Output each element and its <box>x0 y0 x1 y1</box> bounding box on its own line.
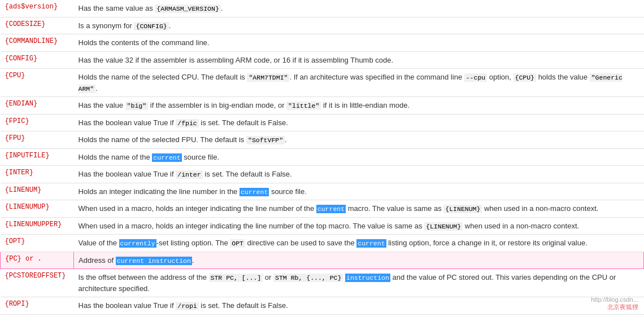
key-cell: {FPIC} <box>1 114 74 131</box>
key-cell: {LINENUMUP} <box>1 200 74 218</box>
desc-cell: Is a synonym for {CONFIG}. <box>74 17 644 34</box>
key-cell: {FPU} <box>1 131 74 149</box>
desc-cell: Holds the contents of the command line. <box>74 34 644 52</box>
key-cell: {LINENUM} <box>1 183 74 200</box>
desc-cell: Has the same value as {ARMASM_VERSION}. <box>74 0 644 17</box>
table-row: {CPU}Holds the name of the selected CPU.… <box>1 69 644 97</box>
desc-cell: Has the value "big" if the assembler is … <box>74 97 644 115</box>
table-row: {ROPI}Has the boolean value True if /rop… <box>1 297 644 315</box>
key-cell: {PC} or . <box>1 252 74 269</box>
table-row: {COMMANDLINE}Holds the contents of the c… <box>1 34 644 52</box>
table-row: {ads$version}Has the same value as {ARMA… <box>1 0 644 17</box>
desc-cell: Holds the name of the selected FPU. The … <box>74 131 644 149</box>
table-row: {PC} or .Address of current instruction. <box>1 252 644 269</box>
desc-cell: Is the offset between the address of the… <box>74 269 644 297</box>
desc-cell: Has the value 32 if the assembler is ass… <box>74 51 644 69</box>
key-cell: {OPT} <box>1 235 74 252</box>
key-cell: {RWPI} <box>1 314 74 317</box>
key-cell: {CONFIG} <box>1 51 74 69</box>
desc-cell: Address of current instruction. <box>74 252 644 269</box>
desc-cell: Holds an integer indicating the line num… <box>74 183 644 200</box>
table-row: {FPIC}Has the boolean value True if /fpi… <box>1 114 644 131</box>
table-row: {LINENUMUPPER}When used in a macro, hold… <box>1 217 644 235</box>
desc-cell: Value of the currently-set listing optio… <box>74 235 644 252</box>
key-cell: {INPUTFILE} <box>1 148 74 166</box>
key-cell: {PCSTOREOFFSET} <box>1 269 74 297</box>
table-row: {PCSTOREOFFSET}Is the offset between the… <box>1 269 644 297</box>
desc-cell: When used in a macro, holds an integer i… <box>74 217 644 235</box>
key-cell: {LINENUMUPPER} <box>1 217 74 235</box>
desc-cell: Has the boolean value True if /rwpi is s… <box>74 314 644 317</box>
desc-cell: Has the boolean value True if /ropi is s… <box>74 297 644 315</box>
table-row: {OPT}Value of the currently-set listing … <box>1 235 644 252</box>
table-row: {INPUTFILE}Holds the name of the current… <box>1 148 644 166</box>
key-cell: {CODESIZE} <box>1 17 74 34</box>
desc-cell: When used in a macro, holds an integer i… <box>74 200 644 218</box>
desc-cell: Has the boolean value True if /inter is … <box>74 166 644 183</box>
table-row: {FPU}Holds the name of the selected FPU.… <box>1 131 644 149</box>
key-cell: {INTER} <box>1 166 74 183</box>
desc-cell: Holds the name of the selected CPU. The … <box>74 69 644 97</box>
table-row: {CONFIG}Has the value 32 if the assemble… <box>1 51 644 69</box>
table-row: {ENDIAN}Has the value "big" if the assem… <box>1 97 644 115</box>
key-cell: {CPU} <box>1 69 74 97</box>
key-cell: {COMMANDLINE} <box>1 34 74 52</box>
desc-cell: Has the boolean value True if /fpic is s… <box>74 114 644 131</box>
table-row: {RWPI}Has the boolean value True if /rwp… <box>1 314 644 317</box>
key-cell: {ENDIAN} <box>1 97 74 115</box>
table-row: {CODESIZE}Is a synonym for {CONFIG}. <box>1 17 644 34</box>
table-row: {INTER}Has the boolean value True if /in… <box>1 166 644 183</box>
table-row: {LINENUM}Holds an integer indicating the… <box>1 183 644 200</box>
table-row: {LINENUMUP}When used in a macro, holds a… <box>1 200 644 218</box>
watermark: http://blog.csdn... 北京夜狐狸 <box>591 296 638 311</box>
key-cell: {ROPI} <box>1 297 74 315</box>
desc-cell: Holds the name of the current source fil… <box>74 148 644 166</box>
reference-table: {ads$version}Has the same value as {ARMA… <box>0 0 644 317</box>
key-cell: {ads$version} <box>1 0 74 17</box>
